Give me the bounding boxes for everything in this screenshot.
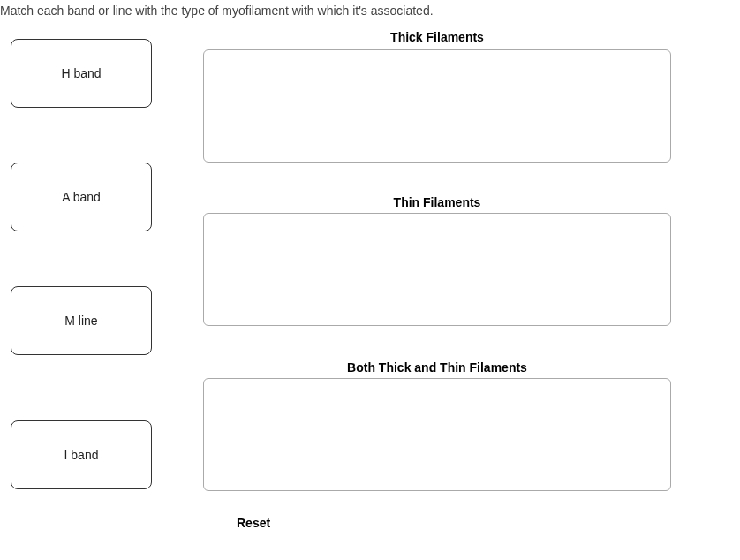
matching-area: H band A band M line I band Thick Filame…	[0, 23, 740, 535]
draggable-label: A band	[62, 190, 101, 204]
dropzone-thick-filaments[interactable]	[203, 49, 671, 163]
instruction-text: Match each band or line with the type of…	[0, 0, 740, 18]
draggable-i-band[interactable]: I band	[11, 420, 152, 489]
draggable-label: I band	[64, 448, 99, 462]
draggable-label: H band	[61, 66, 101, 80]
dropzone-title-thin: Thin Filaments	[203, 195, 671, 209]
draggable-m-line[interactable]: M line	[11, 286, 152, 355]
draggable-label: M line	[64, 314, 97, 328]
draggable-h-band[interactable]: H band	[11, 39, 152, 108]
reset-button[interactable]: Reset	[230, 512, 277, 534]
dropzone-title-thick: Thick Filaments	[203, 30, 671, 44]
dropzone-thin-filaments[interactable]	[203, 213, 671, 326]
dropzone-both-filaments[interactable]	[203, 378, 671, 491]
draggable-a-band[interactable]: A band	[11, 163, 152, 231]
dropzone-title-both: Both Thick and Thin Filaments	[203, 360, 671, 375]
